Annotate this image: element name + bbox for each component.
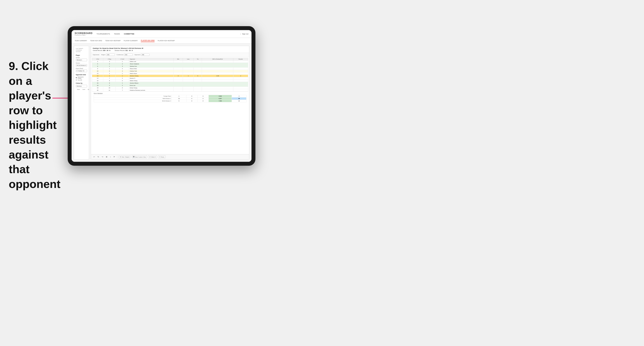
cell-diff [202, 87, 233, 89]
sidebar-player-rank-select[interactable]: 8. Katelyn Vo [76, 70, 87, 72]
radio-dot-opponents [76, 77, 77, 78]
cell-conf: 2 [116, 84, 129, 87]
radio-top100[interactable]: Top 100 [76, 79, 87, 81]
sidebar-timestamp: Last Updated: 27/03/2024 16:55:38 [76, 48, 87, 53]
cell-win [173, 89, 183, 92]
table-row[interactable]: 14 7 4 Eunice Yi [92, 77, 248, 80]
toolbar-grid[interactable]: ⊞ [105, 156, 108, 158]
cell-opponent: Jessica Huang [129, 75, 174, 77]
sub-nav-team-summary[interactable]: TEAM SUMMARY [75, 39, 87, 42]
cell-div: 14 [92, 77, 103, 80]
colour-level-label: Level [82, 89, 85, 90]
cell-conf: 4 [116, 68, 129, 70]
sub-nav-team-h2h-heatmap[interactable]: TEAM H2H HEATMAP [105, 39, 121, 42]
cell-reg: 2 [103, 84, 116, 87]
table-row[interactable]: 13 1 1 HeeJo Hyun [92, 72, 248, 75]
cell-conf: 3 [116, 70, 129, 72]
cell-opponent: HeeJo Hyun [129, 72, 174, 75]
sign-out-button[interactable]: Sign out [242, 33, 248, 35]
filter-conference-select[interactable]: (All) [124, 54, 133, 56]
table-row[interactable]: 20 11 7 Federica Domecq Lacroze [92, 89, 248, 92]
ood-row-ncaa2[interactable]: NCAA Division 2 5 0 0 7.400 10 [94, 100, 246, 102]
watch-button[interactable]: 👁 Watch ▾ [148, 156, 157, 158]
cell-win [173, 60, 183, 63]
opponent-view-title: Opponent view [76, 74, 87, 75]
cell-tie [194, 60, 202, 63]
table-row[interactable]: 19 10 6 Emily Chang [92, 87, 248, 89]
nav-item-tournaments[interactable]: TOURNAMENTS [96, 32, 110, 35]
panel-records: Overall Record: 353 - 34 - 6 Division Re… [93, 50, 247, 51]
sub-nav-team-h2h-grid[interactable]: TEAM H2H GRID [90, 39, 102, 42]
cell-rounds [233, 63, 248, 65]
cell-tie [194, 70, 202, 72]
cell-rounds [233, 84, 248, 87]
table-row-highlighted[interactable]: 13 1 1 Jessica Huang 0 1 0 -3.00 2 [92, 75, 248, 77]
cell-rounds [233, 72, 248, 75]
share-button[interactable]: ⬆ Share [158, 156, 166, 158]
colour-by-select[interactable]: Win/loss [76, 85, 87, 87]
cell-tie [194, 84, 202, 87]
ood-row-foreign[interactable]: Foreign Team 1 0 0 4.500 2 [94, 95, 246, 97]
cell-loss [183, 77, 194, 80]
radio-label-opponents: Opponents Played [78, 76, 87, 79]
filter-opponent-select[interactable]: (All) [141, 54, 150, 56]
ood-loss-foreign: 0 [186, 95, 197, 97]
ood-rounds-naia1: 30 [232, 97, 246, 100]
col-tie: Tie [194, 58, 202, 60]
cell-conf: 5 [116, 80, 129, 82]
radio-opponents-played[interactable]: Opponents Played [76, 76, 87, 79]
cell-win [173, 87, 183, 89]
cell-rounds [233, 77, 248, 80]
table-row[interactable]: 18 2 2 Euna Lee [92, 84, 248, 87]
logo: SCOREBOARD Powered by clippd [75, 32, 92, 36]
cell-reg: 1 [103, 75, 116, 77]
toolbar-refresh[interactable]: ⟳ [113, 156, 116, 158]
view-original-button[interactable]: 👁 View: Original [118, 156, 130, 158]
table-body: 3 3 1 Esther Lee [92, 60, 248, 92]
table-row[interactable]: 10 6 3 Andrea York [92, 70, 248, 72]
sub-nav: TEAM SUMMARY TEAM H2H GRID TEAM H2H HEAT… [72, 38, 252, 44]
toolbar-undo[interactable]: ↩ [93, 156, 96, 158]
cell-tie: 0 [194, 75, 202, 77]
toolbar-expand[interactable]: ↕ [109, 156, 112, 158]
cell-div: 13 [92, 72, 103, 75]
sidebar-player-rank-label: Player (Rank) [76, 68, 87, 69]
sign-out-sep: | [240, 33, 241, 35]
toolbar-redo[interactable]: ↻ [97, 156, 100, 158]
overall-record: Overall Record: 353 - 34 - 6 [93, 50, 110, 51]
table-row[interactable]: 15 8 5 Stella Cheng [92, 80, 248, 82]
filter-region-select[interactable]: (All) [106, 54, 115, 56]
radio-group: Opponents Played Top 100 [76, 76, 87, 81]
cell-diff: -3.00 [202, 75, 233, 77]
save-custom-button[interactable]: 💾 Save Custom View [132, 156, 147, 158]
table-row[interactable]: 6 1 3 Sydney Kuo [92, 65, 248, 68]
col-div: # Div [92, 58, 103, 60]
panel-title: Katelyn Vo Head-to-Head Grid for Women's… [93, 47, 247, 49]
sub-nav-player-summary[interactable]: PLAYER SUMMARY [124, 39, 138, 42]
nav-item-committee[interactable]: COMMITTEE [124, 32, 134, 35]
toolbar-undo2[interactable]: ↪ [101, 156, 104, 158]
watch-icon: 👁 [149, 156, 151, 158]
sidebar-gender-select[interactable]: Women's [76, 59, 87, 61]
cell-reg: 3 [103, 60, 116, 63]
ood-row-naia1[interactable]: NAIA Division 1 15 0 0 9.267 30 [94, 97, 246, 100]
table-row[interactable]: 16 9 1 Jessica Mason [92, 82, 248, 84]
table-row[interactable]: 3 3 1 Esther Lee [92, 60, 248, 63]
radio-label-top100: Top 100 [78, 79, 82, 81]
cell-win [173, 84, 183, 87]
filter-region-label: Region [101, 54, 106, 55]
ood-label-foreign: Foreign Team [94, 95, 172, 97]
col-diff: Diff Av Strokes/Rnd [202, 58, 233, 60]
sidebar-division-select[interactable]: NCAA Division III [76, 64, 87, 67]
cell-win [173, 68, 183, 70]
cell-win [173, 80, 183, 82]
sub-nav-player-h2h-heatmap[interactable]: PLAYER H2H HEATMAP [158, 39, 175, 42]
table-row[interactable]: 9 1 4 Sharon Mun [92, 68, 248, 70]
col-rounds: Rounds [233, 58, 248, 60]
cell-opponent: Andrea York [129, 70, 174, 72]
table-row[interactable]: 5 2 2 Alexis Sudjianto [92, 63, 248, 65]
sub-nav-player-h2h-grid[interactable]: PLAYER H2H GRID [141, 39, 154, 42]
cell-div: 16 [92, 82, 103, 84]
ood-loss-ncaa2: 0 [186, 100, 197, 102]
nav-item-teams[interactable]: TEAMS [114, 32, 120, 35]
